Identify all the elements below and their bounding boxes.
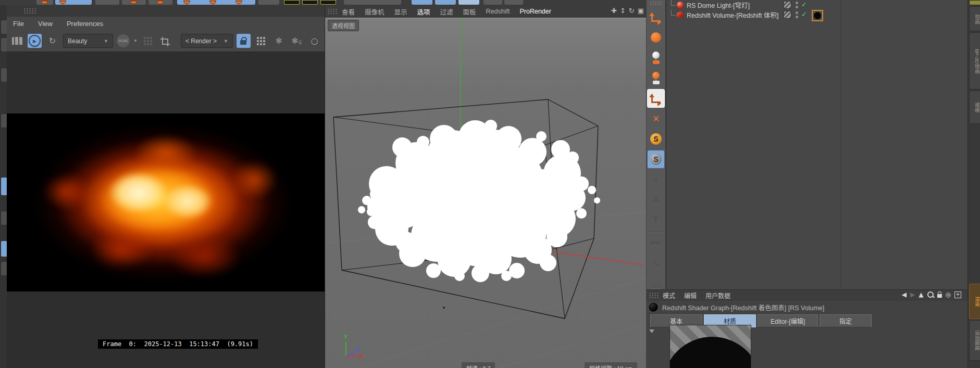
target-icon[interactable]: ◎ [946,291,951,298]
parent-up-icon[interactable]: ▲ [919,291,923,298]
layout-grid-button[interactable] [254,34,268,48]
rendered-image[interactable] [7,113,325,291]
toolbar-button-partial[interactable] [36,0,53,5]
toolbar-button-partial[interactable] [435,0,456,5]
lock-icon[interactable] [937,294,942,298]
layout-tab-partial[interactable] [969,0,980,5]
toolbar-button-partial[interactable] [504,0,523,5]
axis-tool-button[interactable] [648,8,664,26]
history-dropdown[interactable]: < Render >▼ [181,34,233,48]
bars-script-button[interactable]: ▯▯ [648,275,664,289]
toolbar-button-partial[interactable] [412,0,432,5]
viewport-menu-redshift[interactable]: Redshift [486,8,510,15]
light-object-button[interactable] [648,49,664,67]
delete-button[interactable]: ✕ [648,110,664,128]
toolbar-button-partial[interactable] [148,0,172,5]
layer-dropdown[interactable]: Beauty▼ [63,34,113,48]
toolbar-button-partial[interactable] [320,0,336,5]
compare-button[interactable]: ○ [307,34,321,48]
cache-global-button[interactable]: ❄G [290,34,304,48]
spline-script-button[interactable]: ∿ [648,255,664,273]
menu-file[interactable]: File [13,20,24,28]
menu-userdata[interactable]: 用户数据 [705,291,730,300]
layout-tab-bp3d[interactable]: BP-3D绘画 [969,32,980,90]
toolbar-button-partial[interactable] [458,0,479,5]
viewport-menu-view[interactable]: 查看 [342,7,355,17]
toolbar-button-partial[interactable] [302,0,318,5]
object-manager-panel[interactable]: RS Dome Light-[穹灯] ✓ Redshift Volume-[Re… [667,0,967,289]
chevron-down-icon[interactable]: ▼ [133,39,138,43]
viewport-menu-camera[interactable]: 摄像机 [365,7,384,17]
rotate-icon[interactable]: ↻ [629,7,635,15]
viewport-menu-panel[interactable]: 面板 [463,7,476,17]
toolbar-button-partial[interactable] [122,0,146,5]
layout-tab-motion-tracking[interactable]: 运动跟踪 [969,320,980,361]
toolbar-button-partial[interactable] [344,0,401,5]
menu-view[interactable]: View [38,20,53,28]
panel-grip-icon[interactable] [327,8,338,15]
tab-editor[interactable]: Editor-[编辑] [758,314,818,327]
menu-preferences[interactable]: Preferences [67,20,103,28]
export-script-button[interactable]: ⇓ [648,171,664,188]
tool-button-partial[interactable] [1,68,7,82]
toolbar-button-partial[interactable] [55,0,92,5]
viewport-menu-filter[interactable]: 过滤 [440,7,453,17]
layout-tab-render[interactable]: 渲染 [969,284,980,319]
tool-button-partial[interactable] [1,37,7,52]
history-forward-icon[interactable]: ▶ [910,291,915,298]
picture-viewer-titlebar[interactable] [7,5,325,17]
object-row-dome-light[interactable]: RS Dome Light-[穹灯] ✓ [667,0,840,10]
section-expander-icon[interactable] [649,329,654,336]
toolbar-button-partial[interactable] [95,0,119,5]
panel-grip-icon[interactable] [23,8,36,14]
new-panel-icon[interactable]: + [954,291,961,298]
maximize-icon[interactable]: ▣ [638,7,644,15]
object-label[interactable]: Redshift Volume-[Redshift 体积] [687,10,778,20]
workplane-tool-button[interactable] [648,90,664,107]
toolbar-button-partial[interactable] [284,0,300,5]
object-label[interactable]: RS Dome Light-[穹灯] [687,0,750,10]
sphere-object-button[interactable] [648,69,664,87]
object-row-redshift-volume[interactable]: Redshift Volume-[Redshift 体积] ✓ [667,10,840,20]
open-image-button[interactable] [10,34,24,48]
tool-button-partial[interactable] [1,113,7,128]
merge-script-button[interactable]: ⋔ [648,191,664,209]
tool-button-partial[interactable] [1,240,7,257]
crop-button[interactable] [159,34,173,48]
viewport-menu-display[interactable]: 显示 [394,7,407,17]
tool-button-partial[interactable] [1,177,7,196]
play-render-button[interactable]: ▶ [28,34,42,48]
toolbar-button-partial[interactable] [258,0,279,5]
zoom-icon[interactable]: ↕ [620,7,626,15]
redshift-shader-button-active[interactable]: S [648,150,664,168]
layer-toggle[interactable] [784,11,791,18]
viewport-canvas[interactable]: 透视视图 [325,18,646,368]
viewport-menu-options[interactable]: 选项 [417,7,430,17]
panel-grip-icon[interactable] [649,293,659,299]
visibility-dots[interactable] [796,11,798,20]
tab-assign[interactable]: 指定 [820,314,872,327]
toolbar-button-partial[interactable] [177,0,255,5]
menu-mode[interactable]: 模式 [663,291,675,300]
cache-button[interactable]: ❄ [272,34,286,48]
split-script-button[interactable]: Y [648,211,664,229]
tool-button-partial[interactable] [1,20,7,34]
panel-grip-icon[interactable] [649,1,663,6]
pan-icon[interactable]: ✚ [611,7,617,15]
sphere-tool-button[interactable] [648,29,664,46]
tool-button-partial[interactable] [1,261,7,276]
enabled-check-icon[interactable]: ✓ [801,10,807,18]
search-icon[interactable] [927,291,934,298]
dome-light-icon[interactable] [677,2,684,8]
toolbar-button-partial[interactable] [483,0,502,5]
rgb-channel-button[interactable]: RGB [117,34,130,47]
redshift-material-button[interactable]: S [648,130,664,148]
menu-edit[interactable]: 编辑 [684,291,697,300]
enabled-check-icon[interactable]: ✓ [801,1,807,8]
lock-button[interactable] [237,34,251,48]
visibility-dots[interactable] [796,2,798,10]
tool-button-partial[interactable] [1,211,7,225]
viewport-menu-prorender[interactable]: ProRender [519,8,551,15]
pixel-grid-button[interactable] [141,34,155,48]
material-tag-thumbnail[interactable] [812,10,823,21]
